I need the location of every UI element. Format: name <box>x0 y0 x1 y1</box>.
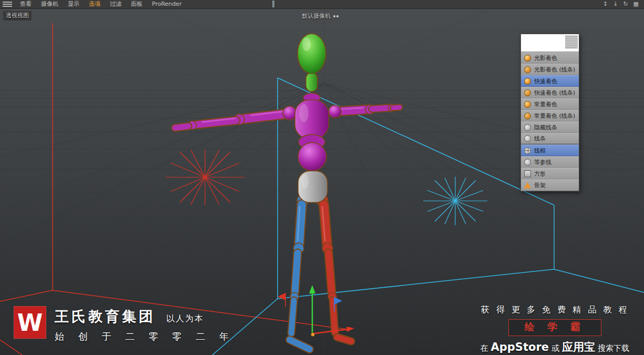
brand-slogan: 以人为本 <box>166 313 204 324</box>
display-mode-label: 隐藏线条 <box>534 124 557 131</box>
display-mode-label: 线条 <box>534 135 546 143</box>
globe-gray-icon <box>524 147 531 154</box>
display-mode-label: 骨架 <box>534 181 546 189</box>
menu-item-5[interactable]: 过滤 <box>105 0 126 8</box>
menu-item-1[interactable]: 查看 <box>15 0 36 8</box>
display-mode-item-9[interactable]: 线框 <box>521 145 579 156</box>
promo-appstore: AppStore <box>490 341 549 353</box>
menu-item-4[interactable]: 选项 <box>84 0 105 8</box>
display-mode-item-3[interactable]: 快速着色 <box>521 75 579 87</box>
sphere-orange-icon <box>524 78 531 85</box>
view-label: 透视视图 <box>3 11 32 21</box>
display-mode-item-6[interactable]: 常量着色 (线条) <box>521 110 579 121</box>
display-mode-list: 光影着色光影着色 (线条)快速着色快速着色 (线条)常量着色常量着色 (线条)隐… <box>521 52 579 191</box>
refresh-icon[interactable]: ↻ <box>623 0 628 8</box>
display-mode-item-1[interactable]: 光影着色 <box>521 52 579 64</box>
sphere-orange-icon <box>524 55 531 62</box>
viewport-divider-handle[interactable] <box>272 1 274 7</box>
display-mode-item-11[interactable]: 方形 <box>521 168 579 179</box>
promo-download-line: 在 AppStore 或 应用宝 搜索下载 <box>480 340 629 354</box>
brand-logo: W <box>14 306 46 339</box>
promo-suffix: 搜索下载 <box>598 343 629 353</box>
display-mode-label: 快速着色 <box>534 77 557 85</box>
application-window: 查看摄像机显示选项过滤面板ProRender ↕↓↻▦ 透视视图 默认摄像机 光… <box>0 0 644 355</box>
promo-prefix: 在 <box>480 343 488 353</box>
download-icon[interactable]: ↓ <box>613 0 618 8</box>
promo-store: 应用宝 <box>562 340 595 354</box>
display-mode-label: 方形 <box>534 170 546 178</box>
sphere-orange-lines-icon <box>524 113 531 119</box>
sphere-orange-icon <box>524 101 531 108</box>
display-mode-item-5[interactable]: 常量着色 <box>521 98 579 110</box>
menubar-right-icons: ↕↓↻▦ <box>603 0 644 8</box>
display-mode-item-8[interactable]: 线条 <box>521 133 579 145</box>
promo-app-badge[interactable]: 绘 学 霸 <box>508 319 601 336</box>
display-mode-label: 光影着色 <box>534 54 557 62</box>
brand-since-text: 始 创 于 二 零 零 二 年 <box>55 330 232 343</box>
camera-label-text: 默认摄像机 <box>302 12 331 20</box>
display-mode-item-7[interactable]: 隐藏线条 <box>521 121 579 133</box>
display-mode-item-2[interactable]: 光影着色 (线条) <box>521 64 579 75</box>
display-mode-label: 常量着色 (线条) <box>534 112 575 120</box>
brand-company-name: 王氏教育集团 <box>55 307 156 326</box>
shading-preview <box>521 34 579 52</box>
circle-gray-icon <box>524 159 531 166</box>
circle-gray-icon <box>524 124 531 131</box>
display-mode-label: 等参线 <box>534 158 551 166</box>
circle-gray-icon <box>524 135 531 142</box>
menu-icon[interactable] <box>3 2 12 7</box>
square-gray-icon <box>524 170 531 177</box>
menubar: 查看摄像机显示选项过滤面板ProRender ↕↓↻▦ <box>0 0 644 9</box>
display-mode-item-10[interactable]: 等参线 <box>521 156 579 168</box>
menu-item-6[interactable]: 面板 <box>126 0 147 8</box>
sphere-orange-lines-icon <box>524 66 531 73</box>
menu-items: 查看摄像机显示选项过滤面板ProRender <box>15 0 187 8</box>
pyramid-orange-icon <box>524 182 531 188</box>
camera-icon[interactable] <box>333 15 339 17</box>
display-mode-label: 光影着色 (线条) <box>534 66 575 74</box>
display-mode-label: 快速着色 (线条) <box>534 89 575 97</box>
display-mode-item-12[interactable]: 骨架 <box>521 179 579 191</box>
promo-watermark: 获 得 更 多 免 费 精 品 教 程 绘 学 霸 在 AppStore 或 应… <box>480 305 629 354</box>
promo-headline: 获 得 更 多 免 费 精 品 教 程 <box>481 305 629 316</box>
menu-item-2[interactable]: 摄像机 <box>36 0 63 8</box>
display-mode-label: 常量着色 <box>534 100 557 108</box>
menu-item-3[interactable]: 显示 <box>63 0 84 8</box>
menu-item-7[interactable]: ProRender <box>147 0 187 8</box>
display-mode-label: 线框 <box>534 147 546 155</box>
branding-watermark: W 王氏教育集团 以人为本 始 创 于 二 零 零 二 年 <box>14 306 232 344</box>
move-icon[interactable]: ↕ <box>603 0 608 8</box>
sphere-orange-lines-icon <box>524 89 531 96</box>
layout-icon[interactable]: ▦ <box>633 0 639 8</box>
display-mode-dropdown: 光影着色光影着色 (线条)快速着色快速着色 (线条)常量着色常量着色 (线条)隐… <box>520 34 579 191</box>
promo-or: 或 <box>551 343 559 353</box>
shading-preview-texture <box>565 35 578 49</box>
camera-label[interactable]: 默认摄像机 <box>302 12 339 20</box>
display-mode-item-4[interactable]: 快速着色 (线条) <box>521 87 579 98</box>
